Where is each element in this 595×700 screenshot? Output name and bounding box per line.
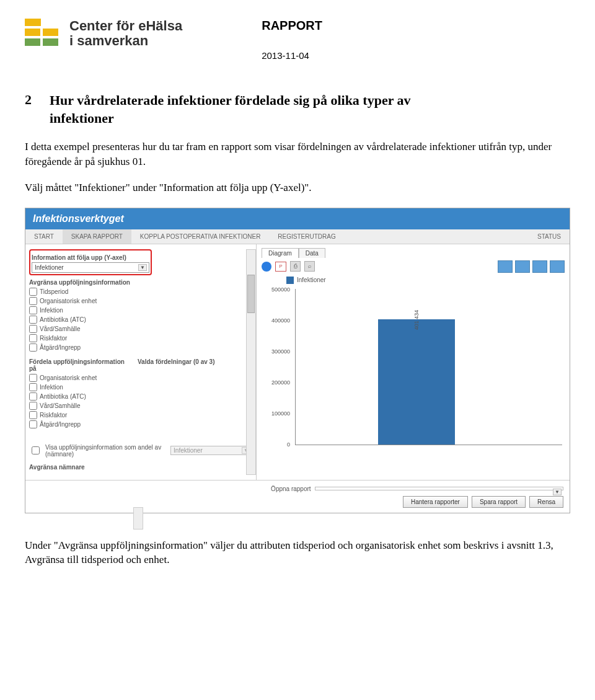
- bar-value-label: 401 434: [413, 310, 420, 330]
- org-name: Center för eHälsa i samverkan: [69, 19, 182, 48]
- list-item: Vård/Samhälle: [29, 401, 131, 410]
- list-item: Organisatorisk enhet: [29, 373, 131, 383]
- list-item: Åtgärd/Ingrepp▸: [29, 343, 252, 352]
- plot-area: 401 434: [295, 289, 562, 445]
- table-icon[interactable]: [515, 260, 530, 273]
- logo-icon: [25, 19, 58, 46]
- andel-select[interactable]: Infektioner: [170, 446, 252, 455]
- print-icon[interactable]: ⎙: [290, 261, 301, 272]
- chart-toolbar: P ⎙ ⌕: [262, 260, 565, 273]
- y-axis-select[interactable]: Infektioner: [32, 262, 149, 273]
- zoom-icon[interactable]: ⌕: [304, 261, 315, 272]
- avgransa-label: Avgränsa uppföljningsinformation: [29, 279, 252, 286]
- checkbox[interactable]: [29, 325, 37, 333]
- spara-button[interactable]: Spara rapport: [472, 496, 526, 508]
- section-heading: 2 Hur vårdrelaterade infektioner fördela…: [25, 92, 570, 127]
- nav-koppla[interactable]: KOPPLA POSTOPERATIVA INFEKTIONER: [131, 229, 270, 244]
- open-report-select[interactable]: [315, 487, 563, 490]
- checkbox[interactable]: [29, 374, 37, 382]
- paragraph-1: I detta exempel presenteras hur du tar f…: [25, 140, 570, 169]
- y-axis-selector-highlight: Information att följa upp (Y-axel) Infek…: [29, 249, 152, 275]
- y-axis: 500000 400000 300000 200000 100000 0: [264, 289, 293, 445]
- avgransa-list: Tidsperiod▸ Organisatorisk enhet▸ Infekt…: [29, 287, 252, 352]
- hantera-button[interactable]: Hantera rapporter: [403, 496, 468, 508]
- checkbox[interactable]: [29, 383, 37, 391]
- rensa-button[interactable]: Rensa: [529, 496, 563, 508]
- report-meta: RAPPORT 2013-11-04: [262, 19, 322, 61]
- nav-status[interactable]: STATUS: [529, 229, 570, 244]
- nav-register[interactable]: REGISTERUTDRAG: [269, 229, 344, 244]
- checkbox[interactable]: [29, 420, 37, 428]
- list-item: Antibiotika (ATC): [29, 392, 131, 401]
- left-scrollbar[interactable]: [246, 249, 256, 475]
- line-chart-icon[interactable]: [532, 260, 547, 273]
- checkbox[interactable]: [29, 411, 37, 419]
- checkbox[interactable]: [29, 297, 37, 305]
- checkbox[interactable]: [29, 343, 37, 352]
- list-item: Riskfaktor▸: [29, 334, 252, 343]
- open-report-label: Öppna rapport: [271, 485, 311, 492]
- avgransa-namnare-label: Avgränsa nämnare: [29, 464, 252, 471]
- scrollbar[interactable]: [133, 507, 143, 529]
- valda-label: Valda fördelningar (0 av 3): [138, 358, 240, 365]
- list-item: Tidsperiod▸: [29, 287, 252, 296]
- section-title: Hur vårdrelaterade infektioner fördelade…: [50, 92, 411, 127]
- app-nav: START SKAPA RAPPORT KOPPLA POSTOPERATIVA…: [25, 229, 570, 244]
- checkbox[interactable]: [29, 316, 37, 324]
- list-item: Infektion: [29, 383, 131, 392]
- paragraph-2: Välj måttet "Infektioner" under "Informa…: [25, 180, 570, 195]
- powerpoint-icon[interactable]: P: [275, 262, 286, 272]
- paragraph-3: Under "Avgränsa uppföljningsinformation"…: [25, 538, 570, 568]
- list-item: Vård/Samhälle▸: [29, 324, 252, 334]
- fordela-label: Fördela uppföljningsinformation på: [29, 358, 131, 372]
- checkbox[interactable]: [29, 306, 37, 314]
- nav-start[interactable]: START: [25, 229, 63, 244]
- legend-label: Infektioner: [297, 277, 326, 283]
- tab-diagram[interactable]: Diagram: [262, 248, 299, 258]
- list-item: Antibiotika (ATC)▸: [29, 315, 252, 324]
- chart-tabs: Diagram Data: [262, 248, 565, 258]
- report-date: 2013-11-04: [262, 50, 322, 61]
- nav-skapa-rapport[interactable]: SKAPA RAPPORT: [63, 229, 131, 244]
- chart-pane: Diagram Data P ⎙ ⌕ Infektioner: [257, 244, 570, 480]
- area-chart-icon[interactable]: [550, 260, 565, 273]
- list-item: Riskfaktor: [29, 410, 131, 420]
- app-footer: Öppna rapport Hantera rapporter Spara ra…: [25, 481, 570, 513]
- chart: 500000 400000 300000 200000 100000 0 401…: [264, 289, 565, 456]
- andel-label: Visa uppföljningsinformation som andel a…: [45, 444, 167, 458]
- filter-pane: Information att följa upp (Y-axel) Infek…: [25, 244, 257, 480]
- tab-data[interactable]: Data: [299, 248, 325, 258]
- checkbox[interactable]: [29, 288, 37, 296]
- app-window: Infektionsverktyget START SKAPA RAPPORT …: [25, 208, 570, 513]
- bar-chart-icon[interactable]: [498, 260, 513, 273]
- legend: Infektioner: [286, 277, 565, 284]
- andel-checkbox[interactable]: [32, 446, 40, 454]
- chart-type-buttons: [498, 260, 565, 273]
- list-item: Organisatorisk enhet▸: [29, 296, 252, 306]
- info-icon[interactable]: [262, 262, 271, 272]
- y-axis-label: Information att följa upp (Y-axel): [32, 254, 149, 261]
- checkbox[interactable]: [29, 402, 37, 410]
- checkbox[interactable]: [29, 392, 37, 401]
- legend-swatch: [286, 277, 294, 284]
- section-number: 2: [25, 92, 50, 127]
- report-label: RAPPORT: [262, 19, 322, 33]
- list-item: Åtgärd/Ingrepp: [29, 420, 131, 429]
- bar: 401 434: [378, 319, 455, 445]
- fordela-list: Organisatorisk enhet Infektion Antibioti…: [29, 373, 131, 429]
- list-item: Infektion▸: [29, 306, 252, 315]
- checkbox[interactable]: [29, 334, 37, 342]
- app-title: Infektionsverktyget: [25, 208, 570, 229]
- page-header: Center för eHälsa i samverkan RAPPORT 20…: [25, 19, 570, 61]
